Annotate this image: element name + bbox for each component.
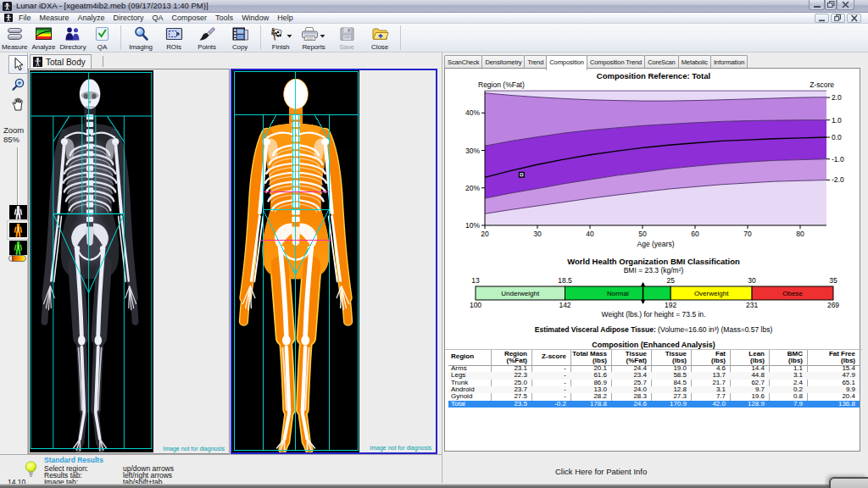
zoom-tool-button[interactable] <box>8 75 28 94</box>
toolbar-button-label: ROIs <box>166 43 181 51</box>
x-tick-label: 20 <box>481 230 489 238</box>
results-tab-densitometry[interactable]: Densitometry <box>481 55 525 69</box>
thumbnail-skeleton[interactable] <box>9 205 27 219</box>
tool-panel: Zoom 85% <box>0 53 28 454</box>
select-tool-button[interactable] <box>8 55 28 74</box>
printer-icon <box>301 25 319 42</box>
title-bar[interactable]: Lunar iDXA - [xgeatm4ib2.meb (09/17/2013… <box>0 0 868 13</box>
toolbar-button-imaging[interactable]: Imaging <box>125 24 158 52</box>
skeleton-scan-image[interactable] <box>30 70 153 452</box>
toolbar-button-label: Directory <box>59 43 86 51</box>
mdi-close-button[interactable] <box>847 14 861 23</box>
taskbar-tray-button[interactable] <box>829 477 868 488</box>
dropdown-arrow-icon[interactable] <box>319 29 327 38</box>
scan-window-icon[interactable] <box>4 14 13 22</box>
toolbar-button-label: Close <box>371 43 388 51</box>
results-tab-metabolic[interactable]: Metabolic <box>678 55 711 69</box>
y-tick-label: 30% <box>465 147 480 155</box>
tab-total-body-label: Total Body <box>46 58 86 67</box>
checkered-flag-icon <box>268 25 286 42</box>
menu-analyze[interactable]: Analyze <box>74 13 109 24</box>
toolbar-button-rois[interactable]: ROIs <box>158 24 191 52</box>
bmi-scale-bottom-label: 192 <box>665 301 676 309</box>
bmi-scale-top-label: 35 <box>829 276 837 285</box>
menu-tools[interactable]: Tools <box>211 13 237 24</box>
results-tab-composition-trend[interactable]: Composition Trend <box>587 55 645 69</box>
dropdown-arrow-icon[interactable] <box>286 29 294 38</box>
toolbar-button-qa[interactable]: QA <box>88 24 117 52</box>
composition-scan-image[interactable] <box>232 70 359 452</box>
results-tab-trend[interactable]: Trend <box>524 55 547 69</box>
z-tick-label: -1.0 <box>832 155 844 164</box>
toolbar-button-save[interactable]: Save <box>331 24 364 52</box>
magnifier-icon <box>132 25 150 42</box>
bmi-segment-label: Overweight <box>694 290 729 297</box>
zoom-value: 85% <box>3 135 19 144</box>
table-cell: 178.8 <box>570 401 611 408</box>
color-scale-pill <box>8 255 26 262</box>
table-column-header: Total Mass(lbs) <box>570 350 611 364</box>
bmi-scale-top-label: 18.5 <box>558 276 572 285</box>
table-cell: -0.2 <box>531 401 570 408</box>
pan-hand-icon <box>12 97 25 111</box>
results-tab-corescan[interactable]: CoreScan <box>644 55 679 69</box>
toolbar-button-points[interactable]: Points <box>191 24 224 52</box>
x-tick-label: 80 <box>796 230 804 238</box>
toolbar-button-copy[interactable]: Copy <box>224 24 257 52</box>
z-tick-label: 1.0 <box>832 116 842 125</box>
windows-taskbar-edge[interactable] <box>0 484 868 488</box>
results-tab-composition[interactable]: Composition <box>546 55 587 70</box>
menu-window[interactable]: Window <box>237 13 273 24</box>
table-cell: 7.9 <box>769 401 807 408</box>
window-close-button[interactable] <box>837 0 854 10</box>
scan-image-panel-composition[interactable]: Image not for diagnosis <box>231 69 437 454</box>
toolbar-button-measure[interactable]: Measure <box>0 24 29 52</box>
menu-measure[interactable]: Measure <box>36 13 74 24</box>
menu-directory[interactable]: Directory <box>109 13 148 24</box>
roi-screen-icon <box>165 25 183 42</box>
bmi-scale-bottom-label: 100 <box>470 301 481 309</box>
window-minimize-button[interactable] <box>809 0 825 10</box>
vat-line: Estimated Visceral Adipose Tissue: (Volu… <box>445 325 862 334</box>
toolbar-button-label: Copy <box>232 43 248 51</box>
results-tab-information[interactable]: Information <box>710 55 748 69</box>
table-row-total[interactable]: Total23.5-0.2178.824.6170.942.0128.97.91… <box>448 401 860 408</box>
toolbar-button-finish[interactable]: Finish <box>264 24 298 52</box>
results-tab-scancheck[interactable]: ScanCheck <box>444 55 482 69</box>
x-tick-label: 60 <box>691 230 699 238</box>
menu-file[interactable]: File <box>14 13 36 24</box>
chart-xlabel: Age (years) <box>637 240 675 248</box>
qa-check-icon <box>93 25 111 42</box>
table-column-header: BMC(lbs) <box>769 350 807 364</box>
chart-ylabel: Region (%Fat) <box>478 80 525 89</box>
bmi-classification-bar: UnderweightNormalOverweightObese1310018.… <box>445 272 862 314</box>
zoom-slider-track[interactable] <box>17 147 19 208</box>
toolbar-button-directory[interactable]: Directory <box>58 24 87 52</box>
mdi-minimize-button[interactable] <box>815 14 829 23</box>
menu-qa[interactable]: QA <box>148 13 168 24</box>
mdi-restore-button[interactable] <box>831 14 845 23</box>
table-title: Composition (Enhanced Analysis) <box>445 341 862 349</box>
toolbar-separator <box>400 25 401 50</box>
scan-image-panel-skeleton[interactable]: Image not for diagnosis <box>28 69 230 454</box>
pan-tool-button[interactable] <box>8 95 28 114</box>
toolbar-button-analyze[interactable]: Analyze <box>29 24 58 52</box>
menu-composer[interactable]: Composer <box>168 13 212 24</box>
toolbar-separator <box>260 25 261 50</box>
thumbnail-tissue[interactable] <box>9 241 27 255</box>
menu-help[interactable]: Help <box>273 13 298 24</box>
bmi-scale-top-label: 25 <box>666 276 675 285</box>
toolbar-button-close[interactable]: Close <box>364 24 397 52</box>
vat-value: (Volume=16.60 in³) (Mass=0.57 lbs) <box>656 325 772 334</box>
thumbnail-figure-icon <box>9 223 27 237</box>
toolbar-button-reports[interactable]: Reports <box>298 24 331 52</box>
window-restore-button[interactable] <box>825 0 837 10</box>
thumbnail-composition[interactable] <box>9 223 27 237</box>
z-tick-label: 0.0 <box>832 133 842 141</box>
table-cell: 42.0 <box>691 401 730 408</box>
tab-total-body[interactable]: Total Body <box>30 54 92 69</box>
paintbrush-icon <box>198 25 216 42</box>
bmi-segment-label: Normal <box>607 290 629 297</box>
folder-close-icon <box>371 25 389 42</box>
patient-info-link[interactable]: Click Here for Patient Info <box>555 467 647 476</box>
